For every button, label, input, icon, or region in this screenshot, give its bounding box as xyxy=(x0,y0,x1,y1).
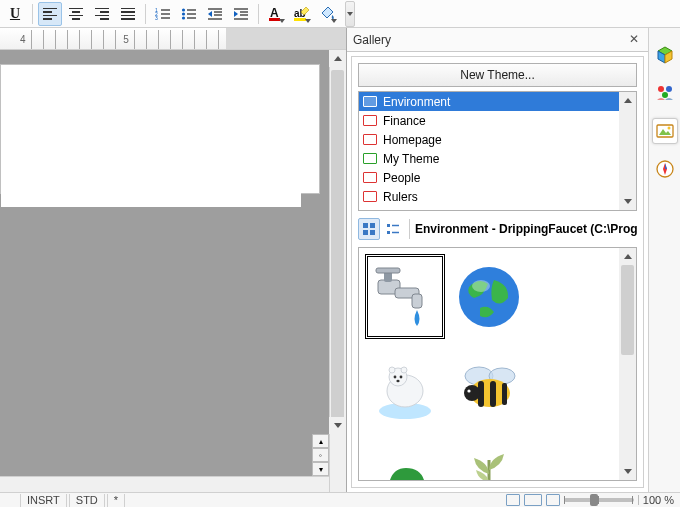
align-left-icon xyxy=(43,8,57,20)
bullet-list-icon xyxy=(181,7,197,21)
close-icon[interactable]: ✕ xyxy=(626,32,642,48)
gallery-thumbnail[interactable] xyxy=(365,432,445,481)
increase-indent-button[interactable] xyxy=(229,2,253,26)
decrease-indent-button[interactable] xyxy=(203,2,227,26)
zoom-mark-max xyxy=(632,496,633,504)
page-browse-button[interactable]: ◦ xyxy=(312,448,329,462)
horizontal-scrollbar[interactable] xyxy=(0,476,329,492)
styles-deck-button[interactable] xyxy=(652,80,678,106)
theme-item[interactable]: Finance xyxy=(359,111,619,130)
align-justify-button[interactable] xyxy=(116,2,140,26)
document-page-content[interactable] xyxy=(1,119,301,207)
gallery-body: New Theme... EnvironmentFinanceHomepageM… xyxy=(351,56,644,488)
gallery-thumbnail[interactable] xyxy=(533,343,613,428)
ruler-mark: 4 xyxy=(20,34,120,45)
gallery-thumbnail[interactable] xyxy=(449,254,529,339)
thumbnail-scrollbar[interactable] xyxy=(619,248,636,480)
toolbar-overflow-button[interactable] xyxy=(345,1,355,27)
gallery-deck-button[interactable] xyxy=(652,118,678,144)
dropdown-caret-icon xyxy=(305,19,311,23)
theme-folder-icon xyxy=(363,172,377,183)
highlight-color-button[interactable]: ab xyxy=(290,2,314,26)
insert-mode-indicator[interactable]: INSRT xyxy=(20,494,67,508)
svg-rect-54 xyxy=(502,383,507,405)
view-layout-single-icon[interactable] xyxy=(506,494,520,506)
svg-rect-31 xyxy=(387,231,390,234)
svg-point-66 xyxy=(662,92,668,98)
svg-point-64 xyxy=(658,86,664,92)
gallery-thumbnail[interactable] xyxy=(449,432,529,481)
document-page[interactable] xyxy=(0,64,320,194)
gallery-thumbnail[interactable] xyxy=(533,432,613,481)
theme-folder-icon xyxy=(363,191,377,202)
horizontal-ruler[interactable]: 4 5 6 xyxy=(0,28,346,50)
gallery-thumbnail[interactable] xyxy=(365,254,445,339)
theme-item[interactable]: Environment xyxy=(359,92,619,111)
faucet-icon xyxy=(370,262,440,332)
svg-point-55 xyxy=(464,385,480,401)
gallery-thumbnail[interactable] xyxy=(533,254,613,339)
align-center-button[interactable] xyxy=(64,2,88,26)
scroll-up-button[interactable] xyxy=(329,50,346,67)
svg-rect-29 xyxy=(370,230,375,235)
new-theme-button[interactable]: New Theme... xyxy=(358,63,637,87)
scroll-thumb[interactable] xyxy=(621,265,634,355)
svg-point-56 xyxy=(467,389,470,392)
cube-icon xyxy=(656,46,674,64)
detail-view-button[interactable] xyxy=(382,218,404,240)
svg-point-10 xyxy=(182,12,185,15)
scroll-up-button[interactable] xyxy=(619,248,636,265)
separator xyxy=(638,495,639,505)
zoom-value[interactable]: 100 % xyxy=(643,494,674,506)
grid-icon xyxy=(362,222,376,236)
increase-indent-icon xyxy=(233,7,249,21)
dropdown-caret-icon xyxy=(279,19,285,23)
next-page-button[interactable]: ▾ xyxy=(312,462,329,476)
svg-rect-30 xyxy=(387,224,390,227)
properties-deck-button[interactable] xyxy=(652,42,678,68)
align-left-button[interactable] xyxy=(38,2,62,26)
scroll-down-button[interactable] xyxy=(619,193,636,210)
document-area: ▴ ◦ ▾ xyxy=(0,50,346,492)
scroll-thumb[interactable] xyxy=(331,70,344,430)
zoom-mark-mid xyxy=(598,496,599,504)
theme-item[interactable]: People xyxy=(359,168,619,187)
numbered-list-icon: 123 xyxy=(155,7,171,21)
vertical-scrollbar[interactable] xyxy=(329,50,346,492)
icon-view-button[interactable] xyxy=(358,218,380,240)
compass-icon xyxy=(656,160,674,178)
svg-rect-26 xyxy=(363,223,368,228)
theme-item[interactable]: Rulers xyxy=(359,187,619,206)
underline-button[interactable]: U xyxy=(3,2,27,26)
align-right-button[interactable] xyxy=(90,2,114,26)
svg-point-47 xyxy=(400,375,403,378)
bullet-list-button[interactable] xyxy=(177,2,201,26)
font-color-button[interactable]: A xyxy=(264,2,288,26)
numbered-list-button[interactable]: 123 xyxy=(151,2,175,26)
toolbar-separator xyxy=(409,219,410,239)
theme-list-scrollbar[interactable] xyxy=(619,92,636,210)
view-layout-book-icon[interactable] xyxy=(546,494,560,506)
scroll-up-button[interactable] xyxy=(619,92,636,109)
zoom-slider[interactable] xyxy=(564,498,634,502)
scroll-down-button[interactable] xyxy=(329,417,346,434)
background-color-button[interactable] xyxy=(316,2,340,26)
decrease-indent-icon xyxy=(207,7,223,21)
navigator-deck-button[interactable] xyxy=(652,156,678,182)
scroll-down-button[interactable] xyxy=(619,463,636,480)
svg-rect-27 xyxy=(370,223,375,228)
theme-item[interactable]: My Theme xyxy=(359,149,619,168)
gallery-thumbnail[interactable] xyxy=(365,343,445,428)
prev-page-button[interactable]: ▴ xyxy=(312,434,329,448)
ruler-mark: 5 xyxy=(123,34,223,45)
selection-mode-indicator[interactable]: STD xyxy=(69,494,105,508)
gallery-toolbar: Environment - DrippingFaucet (C:\Prog xyxy=(358,215,637,243)
theme-list: EnvironmentFinanceHomepageMy ThemePeople… xyxy=(358,91,637,211)
sidebar-rail xyxy=(648,28,680,492)
view-layout-multi-icon[interactable] xyxy=(524,494,542,506)
theme-item[interactable]: Homepage xyxy=(359,130,619,149)
gallery-thumbnail[interactable] xyxy=(449,343,529,428)
svg-marker-21 xyxy=(234,11,238,17)
svg-rect-53 xyxy=(490,381,496,407)
modified-indicator[interactable]: * xyxy=(107,494,125,508)
